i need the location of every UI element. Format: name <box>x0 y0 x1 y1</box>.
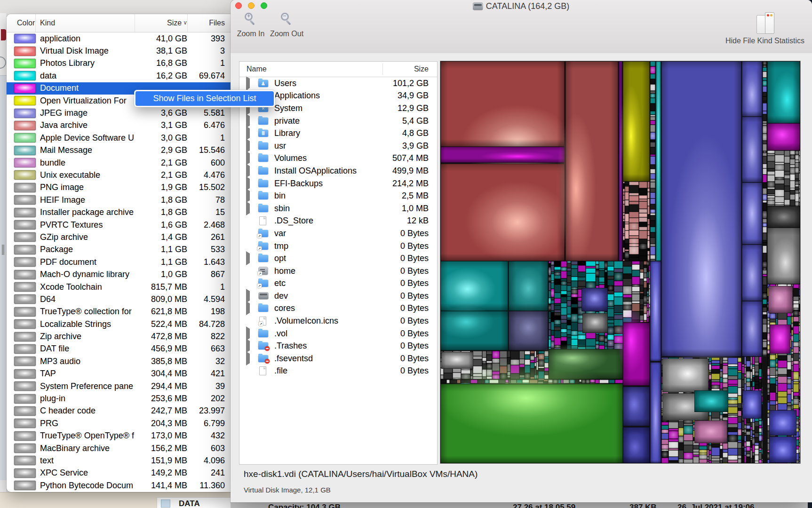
disclosure-triangle-icon[interactable] <box>246 339 250 353</box>
disclosure-triangle-icon[interactable] <box>246 176 250 190</box>
file-row[interactable]: private5,4 GB <box>239 115 437 127</box>
column-header-color[interactable]: Color <box>7 14 36 32</box>
file-row[interactable]: bin2,5 MB <box>239 190 437 202</box>
disclosure-triangle-icon[interactable] <box>246 76 250 90</box>
file-row[interactable]: ↗.VolumeIcon.icns0 Bytes <box>239 315 437 327</box>
file-row[interactable]: dev0 Bytes <box>239 290 437 302</box>
file-row[interactable]: Install OSApplications499,9 MB <box>239 165 437 177</box>
disclosure-triangle-icon[interactable] <box>246 289 250 303</box>
kind-row[interactable]: Xcode Toolchain815,7 MB1 <box>7 281 231 293</box>
disclosure-triangle-icon[interactable] <box>246 139 250 153</box>
column-header-kind[interactable]: Kind <box>36 14 135 32</box>
kind-color-swatch <box>14 109 36 118</box>
kind-color-swatch <box>14 71 36 80</box>
treemap-canvas[interactable] <box>440 61 800 463</box>
kind-row[interactable]: application41,0 GB393 <box>7 32 231 45</box>
kind-row[interactable]: Java archive3,1 GB6.476 <box>7 119 231 132</box>
kind-row[interactable]: DAT file456,9 MB663 <box>7 343 231 355</box>
kind-table-header: Color Kind Size∨ Files <box>7 14 231 32</box>
kind-row[interactable]: Mach-O dynamic library1,0 GB867 <box>7 268 231 280</box>
file-row[interactable]: ↗var0 Bytes <box>239 227 437 240</box>
kind-row[interactable]: D64809,0 MB4.594 <box>7 293 231 305</box>
kind-row[interactable]: data16,2 GB69.674 <box>7 70 231 82</box>
titlebar-toolbar[interactable]: CATALINA (164,2 GB) + Zoom In − Zoom Out… <box>231 0 812 54</box>
kind-row[interactable]: Installer package archive1,8 GB15 <box>7 206 231 218</box>
kind-row[interactable]: Zip archive472,8 MB822 <box>7 330 231 342</box>
file-row[interactable]: EFI-Backups214,2 MB <box>239 177 437 190</box>
kind-row[interactable]: TrueType® collection for621,8 MB198 <box>7 306 231 318</box>
zoom-window-button[interactable] <box>261 2 267 9</box>
file-row[interactable]: opt0 Bytes <box>239 252 437 265</box>
kind-row[interactable]: Unix executable2,1 GB4.476 <box>7 169 231 181</box>
column-header-files[interactable]: Files <box>187 14 231 32</box>
column-header-size[interactable]: Size∨ <box>135 14 187 32</box>
document-icon <box>259 366 266 375</box>
file-row[interactable]: .Trashes0 Bytes <box>239 340 437 352</box>
file-row[interactable]: cores0 Bytes <box>239 302 437 315</box>
disclosure-triangle-icon[interactable] <box>246 151 250 165</box>
column-header-size[interactable]: Size <box>384 65 437 73</box>
disclosure-triangle-icon[interactable] <box>246 164 250 178</box>
disclosure-triangle-icon[interactable] <box>246 351 250 365</box>
kind-row[interactable]: TrueType® OpenType® f173,0 MB432 <box>7 430 231 442</box>
kind-row[interactable]: PVRTC Textures1,6 GB2.468 <box>7 219 231 231</box>
alias-badge-icon: ↗ <box>257 246 262 251</box>
hide-file-kind-statistics-button[interactable]: Hide File Kind Statistics <box>725 10 804 45</box>
file-row[interactable]: ↗etc0 Bytes <box>239 278 437 290</box>
kind-row[interactable]: HEIF Image1,8 GB78 <box>7 194 231 206</box>
disk-icon <box>473 3 483 10</box>
file-row[interactable]: .file0 Bytes <box>239 365 437 378</box>
menu-item-show-files-in-selection-list[interactable]: Show Files in Selection List <box>135 91 274 106</box>
kind-row[interactable]: text151,9 MB4.096 <box>7 454 231 467</box>
file-row[interactable]: ⅢLibrary4,8 GB <box>239 127 437 140</box>
disclosure-triangle-icon[interactable] <box>246 189 250 203</box>
file-row[interactable]: ↗tmp0 Bytes <box>239 240 437 253</box>
file-row[interactable]: usr3,9 GB <box>239 140 437 152</box>
folder-icon <box>258 180 268 187</box>
zoom-out-button[interactable]: − Zoom Out <box>270 12 303 38</box>
folder-icon <box>258 143 268 150</box>
minimize-button[interactable] <box>248 2 255 9</box>
file-row[interactable]: .vol0 Bytes <box>239 327 437 340</box>
folder-icon <box>258 305 268 312</box>
kind-row[interactable]: MP3 audio385,8 MB32 <box>7 355 231 367</box>
kind-row[interactable]: bundle2,1 GB600 <box>7 157 231 169</box>
file-row[interactable]: .DS_Store12 kB <box>239 215 437 228</box>
disclosure-triangle-icon[interactable] <box>246 326 250 341</box>
disclosure-triangle-icon[interactable] <box>246 301 250 315</box>
kind-row[interactable]: Localizable Strings522,4 MB84.728 <box>7 318 231 330</box>
zoom-in-button[interactable]: + Zoom In <box>236 12 265 38</box>
kind-row[interactable]: Photos Library16,8 GB1 <box>7 57 231 70</box>
kind-row[interactable]: TAP304,4 MB421 <box>7 368 231 380</box>
kind-row[interactable]: JPEG image3,6 GB5.581 <box>7 107 231 119</box>
file-row[interactable]: .fseventsd0 Bytes <box>239 352 437 365</box>
kind-row[interactable]: C header code242,7 MB23.997 <box>7 405 231 417</box>
kind-row[interactable]: plug-in253,6 MB202 <box>7 392 231 405</box>
kind-row[interactable]: PRG204,3 MB6.799 <box>7 417 231 429</box>
kind-row[interactable]: System Preference pane294,4 MB39 <box>7 380 231 392</box>
kind-row[interactable]: XPC Service149,2 MB241 <box>7 467 231 479</box>
file-row[interactable]: sbin1,0 MB <box>239 202 437 215</box>
disclosure-triangle-icon[interactable] <box>246 114 250 128</box>
kind-row[interactable]: PNG image1,9 GB15.502 <box>7 182 231 194</box>
column-header-name[interactable]: Name <box>239 65 384 73</box>
kind-color-swatch <box>14 431 36 441</box>
folder-library-icon: Ⅲ <box>258 130 268 137</box>
close-button[interactable] <box>235 2 242 9</box>
disclosure-triangle-icon[interactable] <box>246 251 250 265</box>
disclosure-triangle-icon[interactable] <box>246 126 250 140</box>
kind-row[interactable]: PDF document1,1 GB1.643 <box>7 256 231 268</box>
folder-symlink-icon: ↗ <box>258 280 268 287</box>
file-row[interactable]: Volumes507,4 MB <box>239 152 437 165</box>
file-row[interactable]: ♟Users101,2 GB <box>239 77 437 90</box>
kind-row[interactable]: Virtual Disk Image38,1 GB3 <box>7 45 231 57</box>
kind-row[interactable]: Python Bytecode Docum141,4 MB11.360 <box>7 479 231 492</box>
kind-row[interactable]: Mail Message2,9 GB15.546 <box>7 144 231 157</box>
kind-row[interactable]: Apple Device Software U3,0 GB1 <box>7 132 231 144</box>
file-row[interactable]: ↗home0 Bytes <box>239 265 437 278</box>
disclosure-triangle-icon[interactable] <box>246 201 250 215</box>
kind-color-swatch <box>14 332 36 341</box>
kind-row[interactable]: Package1,1 GB533 <box>7 244 231 256</box>
kind-row[interactable]: GZip archive1,4 GB261 <box>7 231 231 243</box>
kind-row[interactable]: MacBinary archive156,2 MB603 <box>7 442 231 454</box>
